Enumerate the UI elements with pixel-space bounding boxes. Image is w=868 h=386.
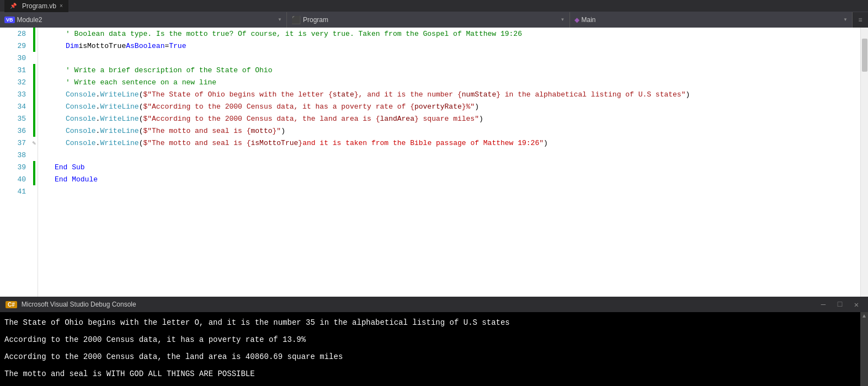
code-line: [44, 185, 860, 197]
code-token: $"The motto and seal is {: [143, 127, 251, 135]
code-token: povertyRate: [414, 103, 462, 111]
gutter-line: [30, 88, 38, 100]
code-token: isMottoTrue: [251, 139, 299, 147]
code-line: Console.WriteLine($"According to the 200…: [44, 112, 860, 125]
debug-scroll-bar[interactable]: ▲ ▼: [860, 312, 868, 386]
code-token: $"According to the 2000 Census data, the…: [143, 115, 380, 123]
code-line: Console.WriteLine($"The motto and seal i…: [44, 137, 860, 149]
code-token: numState: [462, 90, 496, 99]
code-token: landArea: [380, 115, 414, 123]
settings-button[interactable]: ≡: [853, 12, 868, 28]
gutter-line: [30, 173, 38, 185]
scroll-up-arrow[interactable]: ▲: [862, 312, 866, 320]
code-token: Console: [66, 115, 96, 123]
pin-icon: 📌: [10, 3, 17, 9]
module-dropdown[interactable]: VB Module2 ▼: [0, 12, 287, 28]
gutter-line: [30, 64, 38, 76]
debug-output-line: The State of Ohio begins with the letter…: [4, 314, 856, 331]
code-content[interactable]: ' Boolean data type. Is the motto true? …: [38, 28, 860, 297]
code-line: ' Write each sentence on a new line: [44, 76, 860, 88]
code-token: True: [169, 42, 186, 50]
title-bar: 📌 Program.vb ×: [0, 0, 868, 12]
tab-label: Program.vb: [22, 2, 56, 10]
program-dropdown-arrow: ▼: [561, 17, 565, 22]
debug-output-line: The motto and seal is True and it is tak…: [4, 382, 856, 386]
code-token: (: [139, 115, 143, 123]
code-token: WriteLine: [100, 139, 139, 147]
line-number: 33: [0, 88, 26, 100]
code-token: .: [96, 115, 100, 123]
code-line: ' Write a brief description of the State…: [44, 64, 860, 76]
code-token: (: [139, 127, 143, 135]
module-label: Module2: [17, 16, 42, 24]
main-icon: ◆: [574, 16, 579, 24]
code-token: ): [544, 139, 548, 147]
gutter-line: [30, 161, 38, 173]
debug-console: C# Microsoft Visual Studio Debug Console…: [0, 297, 868, 386]
line-number: 34: [0, 100, 26, 112]
gutter-line: [30, 149, 38, 161]
code-token: (: [139, 139, 143, 147]
toolbar: VB Module2 ▼ ⬛ Program ▼ ◆ Main ▼ ≡: [0, 12, 868, 28]
gutter-line: [30, 52, 38, 64]
line-numbers: 2829303132333435363738394041: [0, 28, 30, 297]
code-line: End Sub: [44, 161, 860, 173]
line-number: 40: [0, 173, 26, 185]
code-line: Console.WriteLine($"According to the 200…: [44, 100, 860, 112]
program-dropdown[interactable]: ⬛ Program ▼: [287, 12, 570, 28]
debug-cs-icon: C#: [6, 301, 17, 308]
code-token: .: [96, 139, 100, 147]
code-token: End Module: [55, 175, 98, 184]
code-editor: 2829303132333435363738394041 ✎ ' Boolean…: [0, 28, 868, 297]
code-token: isMottoTrue: [78, 42, 126, 50]
debug-title: Microsoft Visual Studio Debug Console: [22, 301, 136, 308]
code-token: As: [126, 42, 135, 50]
debug-output-wrapper: The State of Ohio begins with the letter…: [0, 312, 868, 386]
editor-scrollbar[interactable]: [860, 28, 868, 297]
code-line: Dim isMottoTrue As Boolean = True: [44, 40, 860, 52]
vb-icon: VB: [4, 17, 15, 23]
minimize-button[interactable]: —: [817, 298, 829, 310]
code-token: $"The motto and seal is {: [143, 139, 251, 147]
code-token: Dim: [66, 42, 78, 50]
code-token: WriteLine: [100, 103, 139, 111]
code-token: ): [475, 103, 479, 111]
gutter-line: [30, 185, 38, 197]
code-token: .: [96, 90, 100, 99]
code-token: Console: [66, 103, 96, 111]
debug-output-line: According to the 2000 Census data, it ha…: [4, 331, 856, 349]
gutter-line: [30, 100, 38, 112]
file-tab[interactable]: 📌 Program.vb ×: [4, 0, 68, 12]
code-token: WriteLine: [100, 115, 139, 123]
code-token: ' Boolean data type. Is the motto true? …: [66, 30, 522, 38]
code-line: ' Boolean data type. Is the motto true? …: [44, 28, 860, 40]
line-number: 30: [0, 52, 26, 64]
code-token: ): [281, 127, 285, 135]
line-number: 35: [0, 112, 26, 125]
debug-output-line: The motto and seal is WITH GOD ALL THING…: [4, 365, 856, 382]
scrollbar-thumb: [862, 39, 867, 72]
code-line: End Module: [44, 173, 860, 185]
main-label: Main: [582, 16, 596, 24]
line-number: 36: [0, 125, 26, 137]
code-line: [44, 149, 860, 161]
line-number: 37: [0, 137, 26, 149]
code-token: WriteLine: [100, 90, 139, 99]
close-button[interactable]: ✕: [850, 298, 862, 310]
tab-close-icon[interactable]: ×: [60, 3, 63, 9]
restore-button[interactable]: □: [834, 298, 846, 310]
code-token: ): [479, 115, 483, 123]
gutter-line: [30, 40, 38, 52]
code-token: }, and it is the number {: [354, 90, 462, 99]
debug-window-controls: — □ ✕: [817, 298, 862, 310]
gutter-line: [30, 112, 38, 125]
gutter-line: [30, 76, 38, 88]
line-number: 38: [0, 149, 26, 161]
code-token: motto: [251, 127, 273, 135]
code-token: }": [273, 127, 281, 135]
code-line: Console.WriteLine($"The State of Ohio be…: [44, 88, 860, 100]
gutter-line: ✎: [30, 137, 38, 149]
line-number: 29: [0, 40, 26, 52]
main-dropdown[interactable]: ◆ Main ▼: [570, 12, 853, 28]
code-token: } square miles": [414, 115, 479, 123]
